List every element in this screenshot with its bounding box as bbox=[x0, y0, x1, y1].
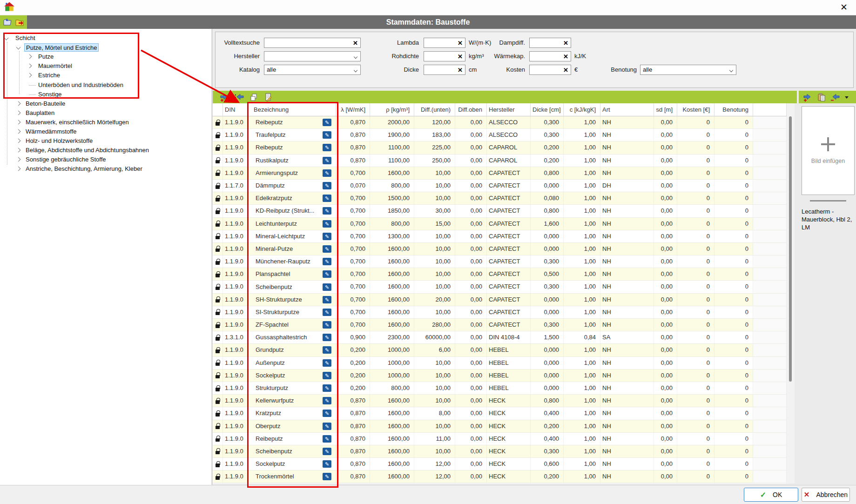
table-row[interactable]: 1.1.9.0Armierungsputz✎0,7001600,0010,000… bbox=[213, 167, 787, 180]
dampdiff-filter-input[interactable]: ✕ bbox=[529, 38, 571, 48]
chevron-right-icon[interactable] bbox=[16, 110, 21, 115]
edit-icon[interactable]: ✎ bbox=[323, 220, 331, 228]
col-header-benotung[interactable]: Benotung bbox=[714, 103, 753, 116]
chevron-right-icon[interactable] bbox=[27, 73, 32, 78]
hersteller-filter-select[interactable] bbox=[264, 51, 361, 61]
chevron-right-icon[interactable] bbox=[27, 54, 32, 59]
tree-item-schicht[interactable]: Schicht bbox=[0, 34, 210, 43]
tree-item-anstriche-beschichtung-armierung-kleber[interactable]: Anstriche, Beschichtung, Armierung, Kleb… bbox=[0, 164, 210, 174]
table-row[interactable]: 1.1.9.0Mineral-Putze✎0,7001600,0010,000,… bbox=[213, 243, 787, 255]
lambda-filter-input[interactable]: ✕ bbox=[424, 38, 465, 48]
edit-icon[interactable]: ✎ bbox=[323, 410, 331, 417]
edit-icon[interactable]: ✎ bbox=[323, 460, 331, 468]
table-row[interactable]: 1.1.9.0Traufelputz✎0,8701900,00183,000,0… bbox=[213, 129, 787, 141]
table-row[interactable]: 1.1.9.0KD-Reibputz (Strukt...✎0,7001850,… bbox=[213, 205, 787, 217]
clear-icon[interactable]: ✕ bbox=[458, 65, 463, 75]
table-row[interactable]: 1.1.9.0Kratzputz✎0,8701600,008,000,00HEC… bbox=[213, 407, 787, 420]
tree-item-mauermörtel[interactable]: Mauermörtel bbox=[0, 61, 210, 71]
tree-item-sonstige[interactable]: Sonstige bbox=[0, 90, 210, 99]
edit-icon[interactable]: ✎ bbox=[323, 195, 331, 202]
table-row[interactable]: 1.1.9.0Trockenmörtel✎0,8701600,0012,000,… bbox=[213, 470, 787, 483]
col-header-lambda[interactable]: λ [W/mK] bbox=[336, 103, 370, 116]
edit-icon[interactable]: ✎ bbox=[323, 270, 331, 278]
edit-icon[interactable]: ✎ bbox=[323, 258, 331, 265]
edit-icon[interactable]: ✎ bbox=[323, 207, 331, 215]
table-row[interactable]: 1.1.9.0Mineral-Leichtputz✎0,7001300,0010… bbox=[213, 230, 787, 243]
table-row[interactable]: 1.3.1.0Gussasphaltestrich✎0,9002300,0060… bbox=[213, 331, 787, 344]
chevron-right-icon[interactable] bbox=[16, 167, 21, 171]
edit-icon[interactable]: ✎ bbox=[323, 334, 331, 341]
insert-row-icon[interactable] bbox=[220, 93, 229, 102]
edit-icon[interactable]: ✎ bbox=[323, 397, 331, 404]
col-header-diff-unten[interactable]: Diff.(unten) bbox=[414, 103, 455, 116]
table-row[interactable]: 1.1.9.0Leichtunterputz✎0,700800,0015,000… bbox=[213, 218, 787, 230]
chevron-right-icon[interactable] bbox=[16, 139, 21, 143]
col-header-art[interactable]: Art bbox=[600, 103, 654, 116]
edit-icon[interactable]: ✎ bbox=[323, 233, 331, 240]
col-header-din[interactable]: DIN bbox=[223, 103, 249, 116]
table-row[interactable]: 1.1.9.0Reibeputz✎0,8701600,0011,000,00HE… bbox=[213, 433, 787, 445]
remove-row-icon[interactable] bbox=[235, 93, 244, 102]
clear-icon[interactable]: ✕ bbox=[458, 38, 463, 48]
table-row[interactable]: 1.1.9.0Strukturputz✎0,200800,0010,000,00… bbox=[213, 382, 787, 395]
tree-item-estriche[interactable]: Estriche bbox=[0, 71, 210, 80]
col-header-rho[interactable]: ρ [kg/m³] bbox=[370, 103, 414, 116]
table-row[interactable]: 1.1.9.0Reibeputz✎0,8701100,00225,000,00C… bbox=[213, 141, 787, 154]
edit-icon[interactable]: ✎ bbox=[323, 321, 331, 329]
waermekap-filter-input[interactable]: ✕ bbox=[529, 51, 571, 61]
col-header-diff-oben[interactable]: Diff.oben bbox=[455, 103, 487, 116]
table-row[interactable]: 1.1.7.0Dämmputz✎0,070800,0010,000,00CAPA… bbox=[213, 180, 787, 192]
table-row[interactable]: 1.1.9.0Kellerwurfputz✎0,8701600,0010,000… bbox=[213, 395, 787, 407]
table-row[interactable]: 1.1.9.0Scheibenputz✎0,8701600,0010,000,0… bbox=[213, 445, 787, 458]
tree-item-bauplatten[interactable]: Bauplatten bbox=[0, 108, 210, 118]
col-header-hersteller[interactable]: Hersteller bbox=[487, 103, 531, 116]
chevron-right-icon[interactable] bbox=[16, 101, 21, 106]
clear-icon[interactable]: ✕ bbox=[563, 52, 568, 62]
vertical-scrollbar[interactable] bbox=[787, 103, 795, 484]
edit-icon[interactable]: ✎ bbox=[323, 283, 331, 291]
paste-icon[interactable] bbox=[817, 93, 826, 102]
col-header-bezeichnung[interactable]: Bezeichnung bbox=[249, 103, 336, 116]
col-header-kosten[interactable]: Kosten [€] bbox=[677, 103, 714, 116]
table-row[interactable]: 1.1.9.0Rustikalputz✎0,8701100,00250,000,… bbox=[213, 155, 787, 167]
dicke-filter-input[interactable]: ✕ bbox=[424, 65, 465, 75]
chevron-right-icon[interactable] bbox=[27, 64, 32, 68]
edit-icon[interactable]: ✎ bbox=[323, 245, 331, 253]
kosten-filter-input[interactable]: ✕ bbox=[529, 65, 571, 75]
edit-icon[interactable]: ✎ bbox=[323, 309, 331, 316]
more-options-chevron-icon[interactable] bbox=[844, 93, 849, 102]
col-header-sd[interactable]: sd [m] bbox=[654, 103, 677, 116]
edit-icon[interactable]: ✎ bbox=[323, 448, 331, 455]
tree-item-holz-und-holzwerkstoffe[interactable]: Holz- und Holzwerkstoffe bbox=[0, 136, 210, 146]
edit-icon[interactable]: ✎ bbox=[323, 423, 331, 430]
tree-item-beläge-abdichtstoffe-und-abdichtungsbahnen[interactable]: Beläge, Abdichtstoffe und Abdichtungsbah… bbox=[0, 146, 210, 155]
cancel-button[interactable]: ✕ Abbrechen bbox=[802, 488, 850, 502]
edit-icon[interactable]: ✎ bbox=[323, 131, 331, 139]
edit-icon[interactable]: ✎ bbox=[323, 119, 331, 126]
export-folder-icon[interactable] bbox=[15, 18, 24, 27]
chevron-down-icon[interactable] bbox=[4, 36, 9, 40]
table-row[interactable]: 1.1.9.0Scheibenputz✎0,7001600,0010,000,0… bbox=[213, 281, 787, 293]
table-row[interactable]: 1.1.9.0Oberputz✎0,8701600,0010,000,00HEC… bbox=[213, 420, 787, 433]
col-header-c[interactable]: c [kJ/kgK] bbox=[564, 103, 600, 116]
tree-item-mauerwerk-einschließlich-mörtelfugen[interactable]: Mauerwerk, einschließlich Mörtelfugen bbox=[0, 118, 210, 127]
edit-icon[interactable]: ✎ bbox=[323, 473, 331, 480]
tree-item-wärmedämmstoffe[interactable]: Wärmedämmstoffe bbox=[0, 127, 210, 136]
add-image-icon[interactable] bbox=[803, 93, 813, 102]
ok-button[interactable]: ✓ OK bbox=[744, 488, 798, 502]
import-folder-icon[interactable] bbox=[3, 18, 12, 27]
chevron-right-icon[interactable] bbox=[16, 129, 21, 134]
edit-icon[interactable]: ✎ bbox=[323, 372, 331, 379]
edit-icon[interactable]: ✎ bbox=[323, 182, 331, 189]
edit-icon[interactable]: ✎ bbox=[323, 144, 331, 151]
table-row[interactable]: 1.1.9.0Edelkratzputz✎0,7001500,0010,000,… bbox=[213, 192, 787, 205]
edit-icon[interactable]: ✎ bbox=[323, 169, 331, 177]
copy-icon[interactable] bbox=[249, 93, 258, 102]
fulltext-search-input[interactable]: ✕ bbox=[264, 38, 361, 48]
scrollbar-thumb[interactable] bbox=[789, 116, 792, 382]
table-row[interactable]: 1.1.9.0SI-Strukturputze✎0,7001600,0010,0… bbox=[213, 306, 787, 319]
col-header-dicke[interactable]: Dicke [cm] bbox=[531, 103, 564, 116]
tree-item-putze-mörtel-und-estriche[interactable]: Putze, Mörtel und Estriche bbox=[0, 43, 210, 52]
table-row[interactable]: 1.1.9.0Sockelputz✎0,2001000,0010,000,00H… bbox=[213, 370, 787, 382]
table-row[interactable]: 1.1.9.0Planspachtel✎0,7001600,0010,000,0… bbox=[213, 268, 787, 281]
